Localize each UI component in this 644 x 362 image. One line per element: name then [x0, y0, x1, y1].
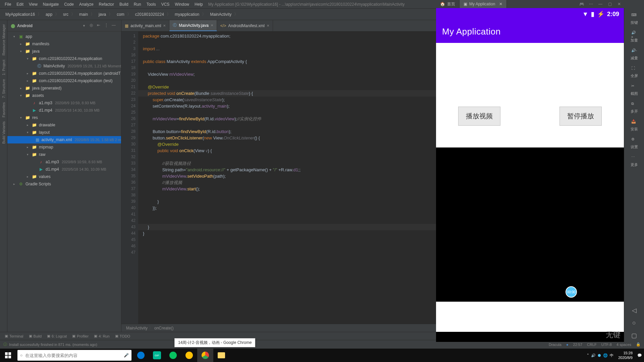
emu-tool-6[interactable]: 📥安装	[624, 117, 644, 134]
potplayer-app[interactable]	[181, 349, 197, 362]
tree-item[interactable]: ♪a1.mp32020/8/9 10:59, 8.93 MB	[7, 99, 121, 107]
tree-item[interactable]: ▸⚙Gradle Scripts	[7, 180, 121, 188]
menu-edit[interactable]: Edit	[14, 1, 26, 8]
more-icon[interactable]: ⋯	[586, 0, 596, 8]
emu-tool-5[interactable]: ⧉多开	[624, 99, 644, 117]
menu-code[interactable]: Code	[61, 1, 76, 8]
nav-back[interactable]: ◁	[624, 304, 644, 317]
tree-item[interactable]: ▾📁layout	[7, 129, 121, 136]
breadcrumb-item[interactable]: java〉	[97, 11, 115, 18]
menu-dots-icon[interactable]: ⋮	[104, 23, 110, 29]
emu-tool-3[interactable]: ⛶全屏	[624, 63, 644, 81]
bottom-tab-logcat[interactable]: ▣6: Logcat	[44, 333, 69, 339]
gamepad-icon[interactable]: 🎮	[577, 0, 586, 8]
encoding[interactable]: UTF-8	[601, 343, 612, 347]
tree-item[interactable]: ▸📁com.c201801020224.myapplication (test)	[7, 77, 121, 84]
left-strip-project[interactable]: 1: Project	[2, 58, 6, 77]
line-ending[interactable]: CRLF	[587, 343, 597, 347]
close-icon[interactable]: ✕	[267, 24, 269, 27]
emulator-screen[interactable]: ▼ ▮ ⚡ 2:09 My Application 播放视频 暂停播放 00:0…	[436, 8, 624, 342]
breadcrumb-item[interactable]: MyApplication16〉	[3, 11, 44, 18]
close-icon[interactable]: ✕	[211, 23, 213, 27]
bottom-tab-profiler[interactable]: ▣Profiler	[69, 333, 91, 339]
tree-item[interactable]: ▸📁com.c201801020224.myapplication (andro…	[7, 70, 121, 77]
close-icon[interactable]: ✕	[163, 24, 166, 27]
maximize-icon[interactable]: ▢	[605, 0, 614, 8]
tray-network-icon[interactable]: 🌐	[603, 353, 608, 358]
hide-icon[interactable]: —	[112, 23, 118, 29]
menu-file[interactable]: File	[2, 1, 14, 8]
emu-tool-2[interactable]: 🔊-减量	[624, 46, 644, 63]
target-icon[interactable]: ◎	[90, 23, 96, 29]
tray-volume-icon[interactable]: 🔊	[591, 353, 596, 358]
video-view[interactable]: 00:00	[436, 147, 624, 302]
emulator-tab[interactable]: ▣My Application✕	[460, 0, 507, 8]
tree-item[interactable]: ▸📁mipmap	[7, 143, 121, 151]
chevron-down-icon[interactable]: ▼	[83, 24, 86, 27]
nav-recent[interactable]: ▢	[624, 329, 644, 342]
edge-app[interactable]	[133, 349, 149, 362]
tree-item[interactable]: ⒸMainActivity2020/8/9 15:28, 1.21 kB Mom…	[7, 62, 121, 70]
bottom-tab-todo[interactable]: ▣TODO	[112, 333, 133, 339]
mic-icon[interactable]: 🎤	[124, 353, 129, 358]
search-input[interactable]	[25, 353, 121, 358]
tree-item[interactable]: ▾📁res	[7, 114, 121, 121]
menu-analyze[interactable]: Analyze	[76, 1, 96, 8]
chrome-app[interactable]	[197, 349, 213, 362]
emu-tool-8[interactable]: ⋯更多	[624, 152, 644, 170]
menu-help[interactable]: Help	[192, 1, 206, 8]
emu-tool-0[interactable]: ⌨按键	[624, 10, 644, 28]
left-strip-buildvariants[interactable]: Build Variants	[2, 119, 6, 146]
close-icon[interactable]: ✕	[499, 2, 502, 6]
play-video-button[interactable]: 播放视频	[458, 107, 500, 126]
breadcrumb-item[interactable]: c201801020224〉	[133, 11, 173, 18]
breadcrumb-item[interactable]: myapplication〉	[173, 11, 208, 18]
caret-position[interactable]: 22:57	[573, 343, 583, 347]
emu-tool-4[interactable]: ✂截图	[624, 81, 644, 99]
taskbar-clock[interactable]: 15:28 2020/8/9	[615, 351, 635, 360]
breadcrumb-item[interactable]: onCreate()	[153, 326, 175, 330]
left-strip-favorites[interactable]: Favorites	[2, 100, 6, 119]
project-tree[interactable]: ⬤ Android ▼ ◎ ⇤ ⋮ — ▾▣app▸📁manifests▾📁ja…	[7, 20, 121, 332]
editor-tab[interactable]: ⒸMainActivity.java✕	[169, 20, 217, 31]
minimize-icon[interactable]: —	[596, 0, 605, 8]
color-scheme[interactable]: Dracula	[549, 343, 561, 347]
breadcrumb-item[interactable]: main〉	[77, 11, 97, 18]
menu-view[interactable]: View	[26, 1, 40, 8]
gif-app[interactable]: GIF	[149, 349, 165, 362]
tree-item[interactable]: ▾📁com.c201801020224.myapplication	[7, 55, 121, 62]
menu-tools[interactable]: Tools	[144, 1, 159, 8]
breadcrumb-item[interactable]: MainActivity	[125, 326, 149, 330]
tree-item[interactable]: ▶d1.mp42020/5/18 14:30, 10.09 MB	[7, 107, 121, 114]
menu-window[interactable]: Window	[172, 1, 192, 8]
menu-run[interactable]: Run	[131, 1, 144, 8]
tree-item[interactable]: ▾📁java	[7, 48, 121, 55]
seek-thumb[interactable]: 00:00	[566, 286, 577, 298]
tree-item[interactable]: ▶d1.mp42020/5/18 14:30, 10.09 MB	[7, 166, 121, 173]
tree-item[interactable]: ▾📁assets	[7, 92, 121, 99]
start-button[interactable]	[0, 349, 16, 362]
notification-icon[interactable]: 💬	[637, 353, 642, 358]
tree-item[interactable]: ▸📁values	[7, 173, 121, 180]
explorer-app[interactable]	[213, 349, 229, 362]
pause-video-button[interactable]: 暂停播放	[559, 107, 602, 126]
tray-shield-icon[interactable]: ⬢	[598, 353, 601, 358]
nav-home[interactable]: ○	[624, 317, 644, 329]
emulator-tab[interactable]: 🏠首页	[436, 0, 460, 8]
menu-refactor[interactable]: Refactor	[96, 1, 117, 8]
emu-tool-7[interactable]: ⚙设置	[624, 134, 644, 152]
tree-item[interactable]: ▦activity_main.xml2020/8/9 15:26, 1.58 k…	[7, 136, 121, 143]
breadcrumb-item[interactable]: com〉	[115, 11, 133, 18]
taskbar-search[interactable]: ○ 🎤	[17, 350, 131, 361]
bottom-tab-build[interactable]: ▣Build	[26, 333, 44, 339]
editor-tab[interactable]: </>AndroidManifest.xml✕	[217, 20, 273, 31]
bottom-tab-run[interactable]: ▣4: Run	[91, 333, 112, 339]
tree-item[interactable]: ▾▣app	[7, 33, 121, 40]
menu-vcs[interactable]: VCS	[159, 1, 172, 8]
tree-item[interactable]: ▸📁java (generated)	[7, 84, 121, 92]
breadcrumb-item[interactable]: MainActivity〉	[208, 11, 240, 18]
tree-item[interactable]: ▸📁manifests	[7, 40, 121, 48]
emu-tool-1[interactable]: 🔊+加量	[624, 28, 644, 46]
wechat-app[interactable]	[165, 349, 181, 362]
indent[interactable]: 4 spaces	[616, 343, 631, 347]
